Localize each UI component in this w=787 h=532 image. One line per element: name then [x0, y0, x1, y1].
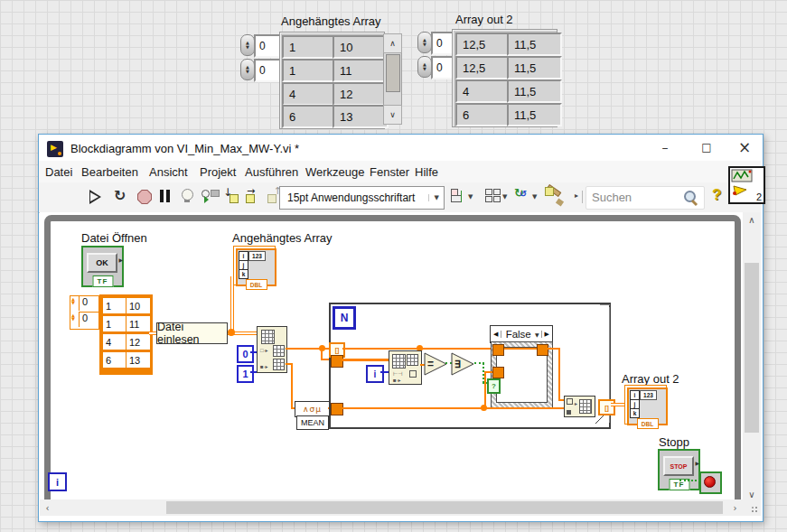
run-continuously-button[interactable]: ↻ — [114, 187, 126, 204]
dropdown-icon[interactable]: ▼ — [502, 193, 507, 201]
run-button[interactable] — [89, 190, 106, 204]
array-cell[interactable]: 6 — [455, 103, 512, 126]
compare-node[interactable]: ∃ — [451, 352, 475, 376]
scalar-wire[interactable] — [250, 351, 257, 353]
array-cell[interactable]: 11,5 — [507, 33, 562, 56]
spin-down-icon[interactable]: ▼ — [423, 42, 426, 47]
array-cell[interactable]: 4 — [455, 79, 512, 103]
array-wire[interactable] — [286, 348, 333, 350]
array-cell[interactable]: 10 — [333, 35, 389, 59]
menu-ansicht[interactable]: Ansicht — [145, 163, 192, 181]
menu-hilfe[interactable]: Hilfe — [411, 163, 442, 181]
search-icon[interactable] — [683, 190, 698, 204]
array-cell[interactable]: 1 — [282, 35, 338, 59]
array-cell[interactable]: 12,5 — [455, 56, 512, 79]
scalar-wire[interactable] — [250, 371, 257, 373]
index-constant-1[interactable]: 1 — [237, 365, 254, 383]
dropdown-icon[interactable]: ▼ — [468, 193, 473, 201]
case-next-icon[interactable]: ▶ — [541, 331, 552, 338]
vi-icon[interactable]: 2 — [728, 166, 765, 204]
toolbar-collapse-icon[interactable]: ▸ — [575, 191, 586, 203]
array-cell[interactable]: 11,5 — [507, 103, 562, 126]
close-button[interactable]: × — [727, 134, 762, 161]
scrollbar-thumb[interactable] — [745, 263, 759, 433]
index-constant-0[interactable]: 0 — [237, 345, 254, 363]
menu-datei[interactable]: Datei — [42, 163, 76, 181]
auto-index-tunnel[interactable]: [] — [598, 399, 615, 415]
array-cell[interactable]: 4 — [282, 82, 338, 106]
font-selector[interactable]: 15pt Anwendungsschriftart ▼ — [279, 186, 445, 210]
array-wire[interactable] — [291, 363, 293, 409]
index-spinner[interactable]: ▲ ▼ — [240, 34, 255, 56]
index-spinner[interactable]: ▲ ▼ — [240, 59, 255, 80]
index-spinner[interactable]: ▲ ▼ — [417, 32, 432, 53]
constant-cell[interactable]: 10 — [126, 297, 151, 314]
constant-cell[interactable]: 1 — [102, 315, 127, 332]
array-cell[interactable]: 1 — [282, 59, 338, 82]
dropdown-icon[interactable]: ▼ — [428, 194, 439, 201]
menu-projekt[interactable]: Projekt — [196, 163, 239, 181]
scroll-right-icon[interactable]: › — [727, 499, 743, 516]
scroll-down-icon[interactable]: ∨ — [383, 105, 402, 125]
scalar-wire[interactable] — [502, 348, 537, 350]
while-iteration-terminal[interactable]: i — [48, 472, 67, 491]
array-cell[interactable]: 11,5 — [507, 56, 562, 79]
array-wire[interactable] — [611, 403, 625, 406]
array-wire[interactable] — [342, 407, 566, 409]
array-wire[interactable] — [484, 371, 486, 409]
appended-array-indicator[interactable]: i j k 123 DBL — [233, 246, 276, 285]
spin-down-icon[interactable]: ▼ — [246, 70, 249, 74]
tunnel[interactable] — [492, 367, 504, 378]
array-constant-index[interactable]: ▲▼ ▲▼ 0 0 — [70, 295, 99, 330]
open-file-boolean-terminal[interactable]: OK ▶ TF — [81, 246, 124, 287]
spin-down-icon[interactable]: ▼ — [246, 45, 249, 50]
case-prev-icon[interactable]: ◀ — [491, 331, 501, 338]
array-cell[interactable]: 11 — [333, 59, 389, 82]
array-cell[interactable]: 13 — [333, 105, 389, 128]
case-selector[interactable]: ◀ False ▼ ▶ — [490, 325, 553, 343]
spin-down-icon[interactable]: ▼ — [423, 67, 426, 71]
loop-condition-terminal[interactable] — [699, 471, 722, 494]
resize-grip[interactable] — [743, 499, 761, 516]
scrollbar-thumb[interactable] — [386, 54, 400, 92]
step-over-icon[interactable]: → — [245, 189, 261, 204]
wire-label[interactable]: Datei einlesen — [156, 322, 228, 344]
pause-button[interactable] — [160, 190, 171, 202]
index-array-node[interactable]: □·▸ ■·▸ — [257, 326, 287, 373]
scroll-up-icon[interactable]: ∧ — [743, 212, 761, 228]
for-loop-count-terminal[interactable]: N — [333, 306, 356, 330]
maximize-button[interactable]: □ — [686, 134, 727, 161]
stop-boolean-terminal[interactable]: STOP ▶ TF — [658, 449, 700, 490]
distribute-objects-icon[interactable] — [485, 189, 500, 204]
constant-cell[interactable]: 13 — [126, 351, 151, 369]
constant-cell[interactable]: 6 — [102, 351, 127, 369]
index-array-node[interactable]: ⊢⊣ ■·▸ — [389, 350, 422, 385]
iteration-terminal[interactable]: i — [366, 365, 384, 383]
retain-wire-values-icon[interactable] — [201, 190, 221, 203]
tunnel[interactable] — [537, 344, 548, 356]
resize-objects-icon[interactable]: ↻ ↺ — [514, 187, 530, 203]
array-cell[interactable]: 11,5 — [507, 79, 562, 103]
index-spinner[interactable]: ▲ ▼ — [417, 56, 432, 78]
boolean-wire[interactable] — [679, 480, 700, 481]
highlight-execution-icon[interactable] — [182, 189, 192, 203]
array-cell[interactable]: 12 — [333, 82, 389, 106]
scalar-wire[interactable] — [558, 348, 560, 401]
menu-bearbeiten[interactable]: Bearbeiten — [78, 163, 142, 181]
array-out-2-indicator[interactable]: i j k 123 DBL — [624, 385, 667, 425]
menu-ausfuehren[interactable]: Ausführen — [241, 163, 302, 181]
scrollbar-thumb[interactable] — [166, 501, 723, 514]
minimize-button[interactable]: – — [644, 134, 686, 161]
array-scrollbar[interactable]: ∧ ∨ — [383, 33, 402, 125]
case-selector-value[interactable]: False — [501, 329, 535, 340]
tunnel[interactable] — [492, 344, 504, 356]
case-selector-terminal[interactable]: ? — [487, 378, 501, 394]
equal-node[interactable]: = — [424, 352, 448, 376]
constant-cell[interactable]: 11 — [126, 315, 151, 332]
align-objects-icon[interactable] — [451, 189, 465, 204]
context-help-icon[interactable]: ? — [712, 186, 721, 204]
array-cell[interactable]: 12,5 — [455, 33, 512, 56]
replace-array-subset-node[interactable]: ·▸ — [564, 396, 595, 417]
constant-cell[interactable]: 4 — [102, 333, 127, 350]
array-cell[interactable]: 6 — [282, 105, 338, 128]
